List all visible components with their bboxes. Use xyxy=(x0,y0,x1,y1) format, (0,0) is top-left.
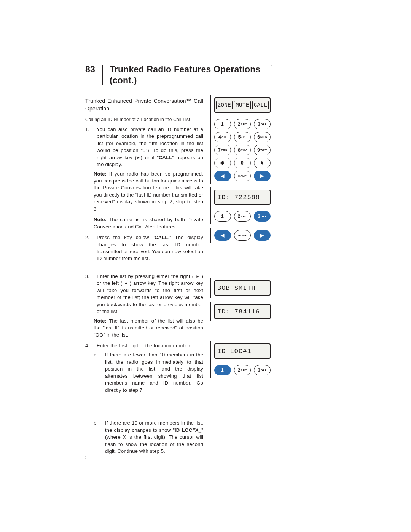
key-6[interactable]: 6MNO xyxy=(254,132,271,142)
softkey-mute: MUTE xyxy=(234,101,251,109)
lcd-bob-smith: BOB SMITH xyxy=(214,280,271,296)
radio-panel-4a: BOB SMITH xyxy=(210,280,274,296)
lcd-id-784116: ID: 784116 xyxy=(214,304,271,319)
lcd-id-722588: ID: 722588 xyxy=(214,190,271,205)
key-3[interactable]: 3DEF xyxy=(254,365,271,375)
lcd-softkeys: ZONE MUTE CALL xyxy=(214,97,271,113)
key-0[interactable]: 0 xyxy=(234,158,251,168)
keypad-row-123-a: 1 2ABC 3DEF xyxy=(214,211,271,222)
key-3-active[interactable]: 3DEF xyxy=(254,211,271,222)
key-2[interactable]: 2ABC xyxy=(234,365,251,375)
step-3: 3. Enter the list by pressing either the… xyxy=(85,273,203,315)
key-4[interactable]: 4GHI xyxy=(214,132,231,142)
key-7[interactable]: 7PRS xyxy=(214,145,231,155)
key-right-arrow-active[interactable]: ▶ xyxy=(254,230,271,241)
radio-panel-5: ID LOC#1 1 2ABC 3DEF xyxy=(210,343,274,375)
radio-panel-2: ID: 722588 1 2ABC 3DEF xyxy=(210,190,274,222)
right-arrow-icon: ► xyxy=(137,155,140,160)
section-subhead: Trunked Enhanced Private Conversation™ C… xyxy=(85,97,203,113)
step-4a: a. If there are fewer than 10 members in… xyxy=(94,351,203,394)
section-miniline: Calling an ID Number at a Location in th… xyxy=(85,117,203,123)
page-title: Trunked Radio Features Operations (cont.… xyxy=(110,64,260,86)
page-number: 83 xyxy=(85,64,95,75)
note-3: Note: The last member of the list will a… xyxy=(94,318,203,339)
key-1[interactable]: 1 xyxy=(214,211,231,222)
key-right-arrow[interactable]: ▶ xyxy=(254,171,271,181)
left-arrow-icon: ◄ xyxy=(124,281,128,286)
key-3[interactable]: 3DEF xyxy=(254,119,271,129)
softkey-call: CALL xyxy=(252,101,269,109)
step-2: 2. Press the key below "CALL." The displ… xyxy=(85,234,203,262)
radio-panel-4b: ID: 784116 xyxy=(210,304,274,319)
header-divider xyxy=(102,65,103,85)
radio-panel-3: ◀ HOME ▶ xyxy=(210,230,274,241)
key-9[interactable]: 9WXY xyxy=(254,145,271,155)
nav-row: ◀ HOME ▶ xyxy=(214,230,271,241)
instruction-column: Trunked Enhanced Private Conversation™ C… xyxy=(85,97,203,461)
key-left-arrow[interactable]: ◀ xyxy=(214,171,231,181)
radio-art-column: ZONE MUTE CALL 1 2ABC 3DEF 4GHI 5JKL 6MN… xyxy=(210,97,275,461)
key-2[interactable]: 2ABC xyxy=(234,119,251,129)
lcd-id-loc: ID LOC#1 xyxy=(214,343,271,359)
registration-mark: ⋮ xyxy=(269,64,274,70)
cursor-icon xyxy=(252,353,255,353)
key-5[interactable]: 5JKL xyxy=(234,132,251,142)
keypad-row-123-b: 1 2ABC 3DEF xyxy=(214,365,271,375)
softkey-zone: ZONE xyxy=(216,101,233,109)
step-1: 1. You can also private call an ID numbe… xyxy=(85,126,203,168)
key-left-arrow-active[interactable]: ◀ xyxy=(214,230,231,241)
key-hash[interactable]: # xyxy=(254,158,271,168)
note-2: Note: The same list is shared by both Pr… xyxy=(94,216,203,230)
keypad-full: 1 2ABC 3DEF 4GHI 5JKL 6MNO 7PRS 8TUV 9WX… xyxy=(214,119,271,181)
step-4: 4. Enter the first digit of the location… xyxy=(85,342,203,349)
right-arrow-icon: ► xyxy=(196,274,199,279)
key-2[interactable]: 2ABC xyxy=(234,211,251,222)
step-4b: b. If there are 10 or more members in th… xyxy=(94,420,203,455)
note-1: Note: If your radio has been so programm… xyxy=(94,171,203,213)
key-star[interactable]: ✱ xyxy=(214,158,231,168)
key-home[interactable]: HOME xyxy=(234,171,251,181)
radio-panel-1: ZONE MUTE CALL 1 2ABC 3DEF 4GHI 5JKL 6MN… xyxy=(210,97,274,181)
key-1[interactable]: 1 xyxy=(214,119,231,129)
key-8[interactable]: 8TUV xyxy=(234,145,251,155)
key-home[interactable]: HOME xyxy=(234,230,251,241)
key-1-active[interactable]: 1 xyxy=(214,365,231,375)
